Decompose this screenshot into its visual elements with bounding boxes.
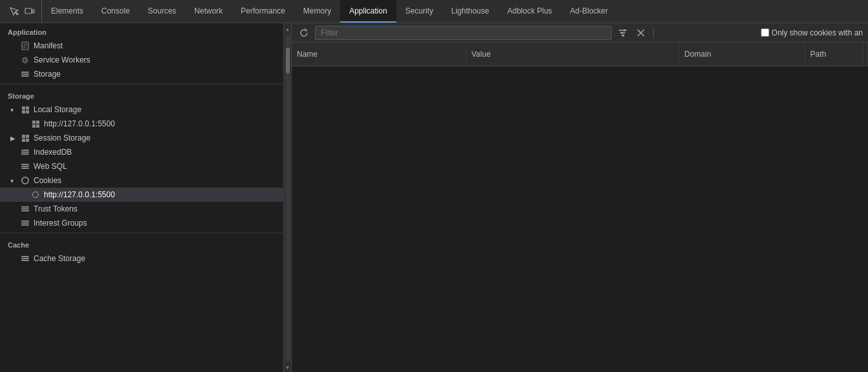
sidebar-item-cache-storage[interactable]: Cache Storage [0, 251, 283, 266]
tab-lighthouse[interactable]: Lighthouse [442, 0, 498, 23]
trust-tokens-label: Trust Tokens [34, 204, 77, 213]
filter-settings-button[interactable] [616, 26, 630, 40]
storage-icon [21, 70, 30, 79]
tab-performance[interactable]: Performance [232, 0, 294, 23]
filter-input[interactable] [315, 26, 612, 40]
web-sql-label: Web SQL [34, 162, 67, 171]
cookie-table: Name Value Domain Path Expires /... [292, 43, 868, 372]
sidebar-item-manifest[interactable]: Manifest [0, 39, 283, 53]
sidebar-item-session-storage[interactable]: ▶ Session Storage [0, 131, 283, 145]
cookies-url-label: http://127.0.0.1:5500 [44, 190, 115, 199]
sidebar-item-cookies-url[interactable]: http://127.0.0.1:5500 [0, 188, 283, 202]
indexed-db-icon [21, 148, 30, 157]
tab-sources[interactable]: Sources [139, 0, 185, 23]
sidebar-item-service-workers[interactable]: ⚙ Service Workers [0, 53, 283, 67]
sidebar-divider-1 [0, 84, 283, 84]
local-storage-url-label: http://127.0.0.1:5500 [44, 119, 115, 128]
content-toolbar: Only show cookies with an [292, 23, 868, 43]
tab-network[interactable]: Network [185, 0, 232, 23]
svg-point-6 [624, 29, 626, 31]
tab-application[interactable]: Application [340, 0, 396, 23]
session-storage-icon [21, 133, 30, 142]
sidebar: Application Manifest ⚙ Service Workers [0, 23, 284, 372]
only-show-cookies-label[interactable]: Only show cookies with an [761, 28, 863, 37]
scroll-track [285, 35, 290, 362]
sidebar-item-local-storage[interactable]: ▾ Local Storage [0, 103, 283, 117]
tab-bar: Elements Console Sources Network Perform… [0, 0, 868, 23]
expand-arrow-session-storage: ▶ [10, 135, 17, 142]
device-toggle-icon[interactable] [23, 5, 36, 18]
sidebar-item-interest-groups[interactable]: Interest Groups [0, 216, 283, 230]
scroll-up-btn[interactable]: ▲ [284, 24, 292, 34]
expand-arrow-cookies: ▾ [10, 177, 17, 184]
svg-point-7 [621, 32, 623, 34]
sidebar-item-local-storage-url[interactable]: http://127.0.0.1:5500 [0, 117, 283, 131]
sidebar-item-indexed-db[interactable]: IndexedDB [0, 145, 283, 159]
tab-memory[interactable]: Memory [294, 0, 340, 23]
inspect-icon[interactable] [8, 5, 21, 18]
tab-ad-blocker[interactable]: Ad-Blocker [561, 0, 617, 23]
cache-storage-icon [21, 254, 30, 263]
sidebar-item-storage-overview[interactable]: Storage [0, 67, 283, 81]
application-section-title: Application [0, 23, 283, 39]
tab-console[interactable]: Console [92, 0, 139, 23]
session-storage-label: Session Storage [34, 133, 90, 142]
main-layout: Application Manifest ⚙ Service Workers [0, 23, 868, 372]
cache-storage-label: Cache Storage [34, 254, 85, 263]
trust-tokens-icon [21, 204, 30, 213]
content-area: Only show cookies with an Name Value Dom… [292, 23, 868, 372]
sidebar-item-web-sql[interactable]: Web SQL [0, 159, 283, 173]
cache-section-title: Cache [0, 236, 283, 251]
local-storage-url-icon [31, 119, 40, 128]
cookies-icon [21, 176, 30, 185]
col-path[interactable]: Path [805, 43, 863, 66]
local-storage-label: Local Storage [34, 105, 81, 114]
svg-rect-0 [25, 8, 32, 14]
col-value[interactable]: Value [466, 43, 679, 66]
storage-section-title: Storage [0, 87, 283, 103]
sidebar-item-cookies[interactable]: ▾ Cookies [0, 173, 283, 188]
toolbar-separator [653, 28, 654, 38]
svg-point-8 [623, 34, 625, 36]
toolbar-right: Only show cookies with an [761, 28, 863, 37]
svg-rect-1 [32, 10, 34, 13]
interest-groups-label: Interest Groups [34, 219, 87, 228]
tab-adblock-plus[interactable]: Adblock Plus [498, 0, 561, 23]
refresh-button[interactable] [297, 26, 311, 40]
sidebar-divider-2 [0, 233, 283, 233]
sidebar-resize-scrollbar: ▲ ▼ [284, 23, 292, 372]
col-name[interactable]: Name [292, 43, 466, 66]
only-show-cookies-text: Only show cookies with an [772, 28, 863, 37]
cookies-url-icon [31, 190, 40, 199]
service-workers-icon: ⚙ [21, 55, 30, 64]
tab-elements[interactable]: Elements [42, 0, 92, 23]
cookies-data-table: Name Value Domain Path Expires /... [292, 43, 868, 66]
indexed-db-label: IndexedDB [34, 148, 72, 157]
interest-groups-icon [21, 219, 30, 228]
expand-arrow-local-storage: ▾ [10, 106, 17, 113]
manifest-icon [21, 41, 30, 50]
scroll-thumb[interactable] [286, 48, 290, 73]
web-sql-icon [21, 162, 30, 171]
table-header: Name Value Domain Path Expires /... [292, 43, 868, 66]
sidebar-item-trust-tokens[interactable]: Trust Tokens [0, 202, 283, 216]
service-workers-label: Service Workers [34, 55, 90, 64]
only-show-cookies-checkbox[interactable] [761, 28, 769, 37]
tab-security[interactable]: Security [396, 0, 442, 23]
col-domain[interactable]: Domain [679, 43, 805, 66]
storage-overview-label: Storage [34, 70, 61, 79]
col-expires[interactable]: Expires /... [863, 43, 868, 66]
local-storage-icon [21, 105, 30, 114]
clear-all-button[interactable] [634, 26, 648, 40]
manifest-label: Manifest [34, 41, 63, 50]
cookies-label: Cookies [34, 176, 61, 185]
scroll-down-btn[interactable]: ▼ [284, 363, 292, 372]
devtools-icons [3, 0, 42, 23]
